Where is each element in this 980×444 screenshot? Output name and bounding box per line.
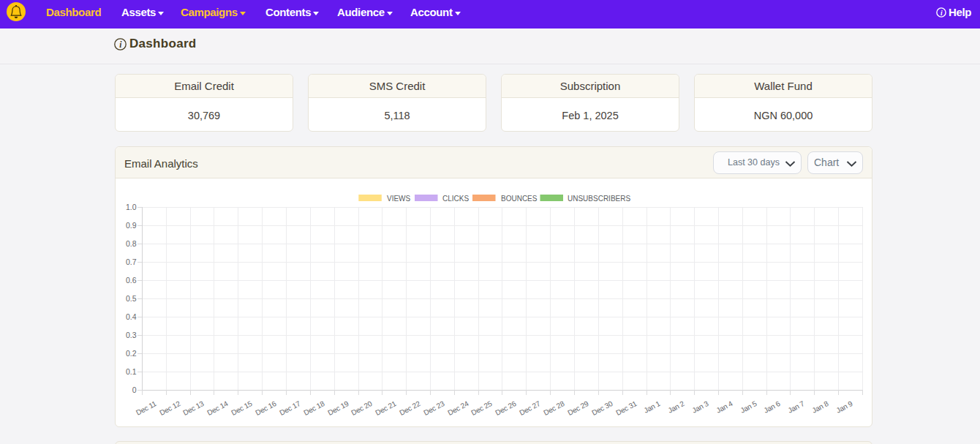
svg-text:0.7: 0.7 — [126, 257, 137, 266]
svg-text:0: 0 — [132, 385, 137, 394]
svg-text:CLICKS: CLICKS — [442, 195, 469, 203]
svg-text:Jan 7: Jan 7 — [787, 399, 806, 415]
svg-text:Jan 6: Jan 6 — [763, 399, 782, 415]
svg-text:Dec 17: Dec 17 — [278, 399, 302, 417]
svg-text:Jan 2: Jan 2 — [667, 399, 686, 415]
svg-text:Dec 13: Dec 13 — [181, 399, 206, 417]
svg-text:Dec 15: Dec 15 — [230, 399, 254, 417]
svg-text:0.4: 0.4 — [126, 312, 137, 321]
svg-text:Dec 29: Dec 29 — [566, 399, 590, 417]
svg-text:Dec 12: Dec 12 — [158, 399, 182, 417]
svg-text:Dec 27: Dec 27 — [518, 399, 542, 417]
svg-text:Dec 26: Dec 26 — [494, 399, 518, 417]
svg-text:UNSUBSCRIBERS: UNSUBSCRIBERS — [568, 195, 630, 203]
svg-text:1.0: 1.0 — [126, 203, 137, 211]
svg-text:0.2: 0.2 — [126, 349, 137, 358]
svg-text:Dec 11: Dec 11 — [135, 399, 158, 417]
svg-text:0.1: 0.1 — [126, 367, 137, 376]
svg-text:Dec 30: Dec 30 — [590, 399, 614, 417]
svg-text:Dec 16: Dec 16 — [254, 399, 278, 417]
svg-text:Dec 21: Dec 21 — [374, 399, 398, 417]
svg-text:0.8: 0.8 — [126, 239, 137, 248]
svg-text:Dec 14: Dec 14 — [206, 399, 230, 417]
svg-text:Jan 8: Jan 8 — [811, 399, 830, 415]
svg-text:Dec 22: Dec 22 — [398, 399, 422, 417]
svg-text:Dec 20: Dec 20 — [350, 399, 374, 417]
svg-text:Dec 25: Dec 25 — [470, 399, 494, 417]
svg-text:Jan 1: Jan 1 — [643, 399, 662, 415]
svg-text:Jan 9: Jan 9 — [835, 399, 854, 415]
svg-text:Jan 3: Jan 3 — [691, 399, 710, 415]
svg-text:VIEWS: VIEWS — [387, 195, 411, 203]
svg-text:Dec 23: Dec 23 — [422, 399, 446, 417]
svg-text:Dec 28: Dec 28 — [542, 399, 566, 417]
svg-text:0.5: 0.5 — [126, 294, 137, 303]
svg-text:0.9: 0.9 — [126, 221, 137, 230]
svg-text:Jan 5: Jan 5 — [739, 399, 758, 415]
svg-text:Dec 18: Dec 18 — [302, 399, 326, 417]
svg-text:Dec 19: Dec 19 — [326, 399, 350, 417]
svg-text:BOUNCES: BOUNCES — [501, 195, 538, 203]
svg-text:i: i — [119, 40, 122, 49]
svg-text:Dec 31: Dec 31 — [614, 399, 638, 417]
svg-text:0.6: 0.6 — [126, 276, 137, 285]
svg-text:i: i — [941, 9, 943, 17]
svg-text:0.3: 0.3 — [126, 331, 137, 339]
svg-text:Dec 24: Dec 24 — [446, 399, 470, 417]
svg-text:Jan 4: Jan 4 — [715, 399, 734, 415]
